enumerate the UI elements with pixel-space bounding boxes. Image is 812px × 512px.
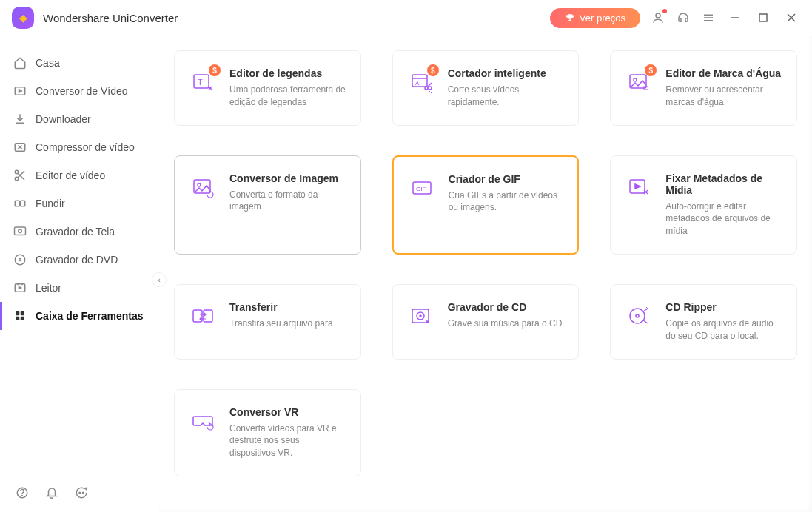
svg-rect-15 [15, 201, 19, 206]
tool-title: Editor de legendas [229, 67, 347, 79]
svg-point-30 [22, 495, 23, 496]
cd-rip-icon [624, 301, 654, 331]
sidebar-item-merge[interactable]: Fundir [0, 189, 159, 218]
svg-marker-49 [635, 184, 640, 189]
merge-icon [13, 197, 27, 210]
tool-desc: Cria GIFs a partir de vídeos ou imagens. [449, 189, 565, 215]
svg-point-0 [656, 13, 660, 18]
transfer-icon [188, 301, 218, 331]
paid-badge-icon: $ [427, 64, 439, 76]
image-convert-icon [188, 172, 218, 202]
smart-cut-icon: AI $ [406, 67, 436, 97]
sidebar-item-converter[interactable]: Conversor de Vídeo [0, 77, 159, 105]
help-icon[interactable] [15, 485, 30, 500]
home-icon [13, 56, 27, 70]
sidebar-item-toolbox[interactable]: Caixa de Ferramentas [0, 302, 159, 330]
tool-card-fix-metadata[interactable]: Fixar Metadados de Mídia Auto-corrigir e… [610, 155, 797, 255]
sidebar-item-screen-recorder[interactable]: Gravador de Tela [0, 218, 159, 246]
tool-title: Editor de Marca d'Água [665, 67, 783, 79]
compress-icon [13, 141, 27, 154]
tool-card-image-converter[interactable]: Conversor de Imagem Converta o formato d… [174, 155, 361, 255]
svg-rect-17 [15, 227, 26, 235]
paid-badge-icon: $ [645, 64, 657, 76]
toolbox-icon [13, 309, 27, 323]
sidebar-label: Editor de vídeo [36, 169, 105, 181]
sidebar-label: Caixa de Ferramentas [36, 310, 144, 322]
sidebar-label: Conversor de Vídeo [36, 85, 128, 97]
app-title: Wondershare UniConverter [43, 12, 178, 24]
sidebar-label: Leitor [36, 282, 61, 294]
svg-rect-25 [16, 311, 19, 315]
tool-desc: Grave sua música para o CD [448, 317, 566, 330]
svg-point-39 [429, 87, 432, 90]
close-button[interactable] [782, 9, 800, 27]
sidebar-label: Casa [36, 57, 60, 69]
svg-text:GIF: GIF [416, 186, 426, 192]
vr-icon [188, 406, 218, 436]
tool-card-smart-cutter[interactable]: AI $ Cortador inteligente Corte seus víd… [392, 50, 580, 126]
gif-icon: GIF [407, 173, 437, 203]
svg-point-32 [83, 492, 84, 494]
download-icon [13, 112, 27, 126]
tool-desc: Auto-corrigir e editar metadados de arqu… [665, 201, 783, 238]
sidebar-item-home[interactable]: Casa [0, 49, 159, 77]
tool-card-subtitle-editor[interactable]: T $ Editor de legendas Uma poderosa ferr… [174, 50, 361, 126]
svg-point-11 [15, 170, 19, 174]
player-icon [13, 281, 27, 294]
tool-title: Transferir [229, 301, 347, 313]
tool-card-gif-maker[interactable]: GIF Criador de GIF Cria GIFs a partir de… [392, 155, 580, 255]
sidebar-item-dvd-burner[interactable]: Gravador de DVD [0, 246, 159, 274]
svg-rect-26 [21, 311, 24, 315]
paid-badge-icon: $ [209, 64, 221, 76]
tool-desc: Converta vídeos para VR e desfrute nos s… [229, 422, 347, 459]
svg-point-31 [79, 492, 81, 494]
tool-title: Fixar Metadados de Mídia [665, 172, 783, 196]
tool-card-vr-converter[interactable]: Conversor VR Converta vídeos para VR e d… [174, 389, 361, 476]
tool-card-cd-burner[interactable]: Gravador de CD Grave sua música para o C… [392, 284, 580, 360]
tool-title: Conversor de Imagem [229, 172, 347, 184]
svg-point-45 [198, 183, 201, 186]
sidebar-label: Downloader [36, 113, 91, 125]
tool-card-cd-ripper[interactable]: CD Ripper Copie os arquivos de áudio do … [610, 284, 797, 360]
sidebar-item-downloader[interactable]: Downloader [0, 105, 159, 133]
sidebar-item-editor[interactable]: Editor de vídeo [0, 161, 159, 189]
svg-point-20 [19, 259, 21, 261]
tool-title: Gravador de CD [448, 301, 566, 313]
pricing-label: Ver preços [580, 13, 625, 24]
maximize-button[interactable] [754, 9, 772, 27]
user-icon[interactable] [651, 10, 665, 25]
sidebar-label: Gravador de Tela [36, 226, 115, 238]
svg-rect-27 [16, 317, 19, 320]
tool-desc: Converta o formato da imagem [229, 189, 347, 214]
scissors-icon [13, 169, 27, 182]
tool-desc: Remover ou acrescentar marcas d'água. [665, 84, 783, 109]
titlebar: ◆ Wondershare UniConverter Ver preços [0, 0, 812, 36]
sidebar-label: Compressor de vídeo [36, 141, 135, 153]
tool-title: Cortador inteligente [448, 67, 566, 79]
svg-rect-16 [21, 201, 25, 206]
svg-marker-9 [19, 90, 22, 93]
content-area: T $ Editor de legendas Uma poderosa ferr… [159, 36, 812, 512]
sidebar-collapse-button[interactable]: ‹ [152, 272, 167, 287]
sidebar-item-compressor[interactable]: Compressor de vídeo [0, 133, 159, 161]
sidebar-label: Fundir [36, 198, 65, 209]
svg-point-54 [420, 315, 421, 317]
tool-title: Criador de GIF [449, 173, 565, 185]
tool-desc: Uma poderosa ferramenta de edição de leg… [229, 84, 347, 109]
tool-card-transfer[interactable]: Transferir Transfira seu arquivo para [174, 284, 361, 360]
converter-icon [13, 84, 27, 98]
menu-icon[interactable] [701, 10, 716, 25]
subtitle-icon: T $ [188, 67, 218, 97]
sidebar-item-player[interactable]: Leitor [0, 274, 159, 302]
support-icon[interactable] [676, 10, 691, 25]
tool-card-watermark[interactable]: $ Editor de Marca d'Água Remover ou acre… [610, 50, 797, 126]
svg-line-41 [428, 90, 432, 93]
svg-marker-24 [19, 287, 21, 289]
feedback-icon[interactable] [74, 485, 89, 500]
pricing-button[interactable]: Ver preços [550, 8, 640, 28]
minimize-button[interactable] [726, 9, 744, 27]
svg-rect-28 [21, 317, 24, 320]
app-logo: ◆ [12, 7, 34, 29]
bell-icon[interactable] [44, 485, 59, 500]
svg-point-56 [636, 314, 639, 317]
